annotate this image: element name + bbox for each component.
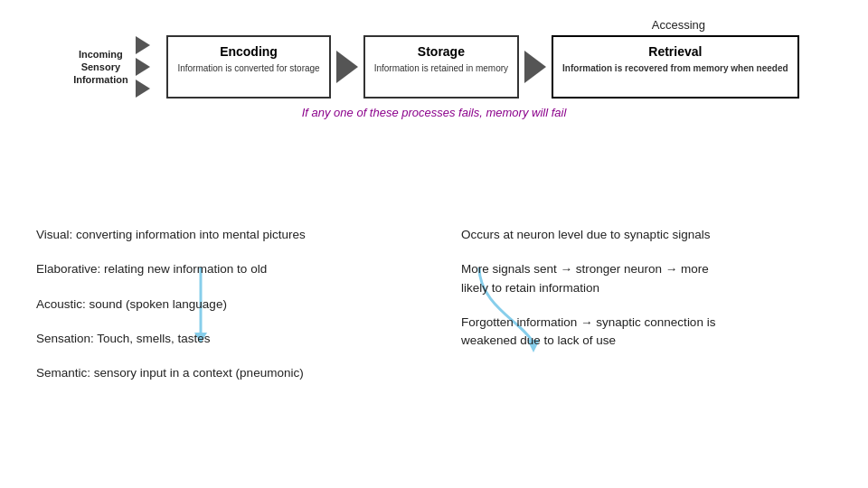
arrow-in-3	[136, 80, 163, 98]
storage-text: Information is retained in memory	[374, 62, 508, 74]
left-text-2: Elaborative: relating new information to…	[36, 262, 267, 276]
subtitle-row: If any one of these processes fails, mem…	[302, 106, 567, 119]
encoding-title: Encoding	[220, 44, 278, 59]
subtitle-text: If any one of these processes fails, mem…	[302, 106, 567, 119]
left-text-3: Acoustic: sound (spoken language)	[36, 297, 227, 311]
left-item-3: Acoustic: sound (spoken language)	[36, 296, 425, 314]
arrow-in-1	[136, 36, 163, 54]
right-text-3a: Forgotten information → synaptic connect…	[461, 315, 715, 329]
right-column: Occurs at neuron level due to synaptic s…	[461, 226, 850, 399]
flow-row: IncomingSensoryInformation Encoding Info…	[69, 35, 798, 99]
content-area: Visual: converting information into ment…	[36, 226, 850, 399]
storage-box: Storage Information is retained in memor…	[363, 35, 519, 99]
left-item-4: Sensation: Touch, smells, tastes	[36, 330, 425, 348]
encoding-box: Encoding Information is converted for st…	[166, 35, 330, 99]
accessing-label: Accessing	[652, 18, 705, 32]
arrows-in	[136, 36, 163, 98]
right-item-2: More signals sent → stronger neuron → mo…	[461, 260, 850, 297]
right-text-3b: weakened due to lack of use	[461, 333, 616, 347]
big-arrow-shape-1	[336, 51, 358, 83]
arrow-in-2	[136, 58, 163, 76]
incoming-label: IncomingSensoryInformation	[69, 48, 132, 87]
right-item-3: Forgotten information → synaptic connect…	[461, 314, 850, 351]
storage-title: Storage	[418, 44, 465, 59]
left-text-4: Sensation: Touch, smells, tastes	[36, 332, 211, 345]
retrieval-title: Retrieval	[648, 44, 702, 59]
retrieval-box: Retrieval Information is recovered from …	[552, 35, 799, 99]
right-text-2b: likely to retain information	[461, 281, 599, 295]
right-text-2a: More signals sent → stronger neuron → mo…	[461, 262, 709, 276]
left-item-2: Elaborative: relating new information to…	[36, 260, 425, 278]
diagram-area: Accessing IncomingSensoryInformation Enc…	[0, 18, 868, 119]
arrow-encoding-storage	[336, 51, 358, 83]
left-item-5: Semantic: sensory input in a context (pn…	[36, 364, 425, 382]
right-item-1: Occurs at neuron level due to synaptic s…	[461, 226, 850, 244]
left-column: Visual: converting information into ment…	[36, 226, 425, 399]
arrow-storage-retrieval	[524, 51, 546, 83]
left-text-5: Semantic: sensory input in a context (pn…	[36, 366, 304, 380]
big-arrow-shape-2	[524, 51, 546, 83]
retrieval-text: Information is recovered from memory whe…	[562, 62, 788, 74]
left-item-1: Visual: converting information into ment…	[36, 226, 425, 244]
right-text-1: Occurs at neuron level due to synaptic s…	[461, 228, 710, 241]
down-arrows-svg	[0, 134, 868, 224]
left-text-1: Visual: converting information into ment…	[36, 228, 306, 241]
encoding-text: Information is converted for storage	[177, 62, 319, 74]
